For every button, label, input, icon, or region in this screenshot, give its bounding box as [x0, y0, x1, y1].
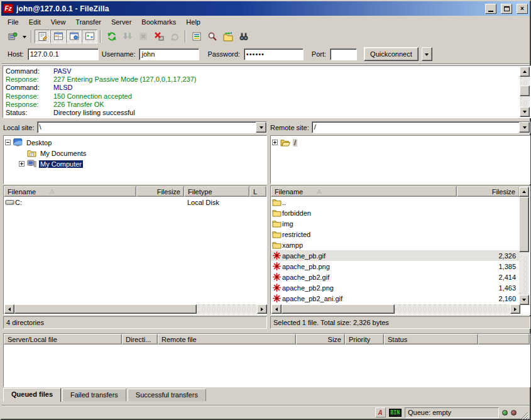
local-file-list: Filename Filesize Filetype L C:: [3, 185, 267, 315]
local-horizontal-scrollbar[interactable]: [4, 304, 267, 314]
toggle-remote-tree-button[interactable]: [66, 30, 82, 43]
scroll-right-button[interactable]: [510, 304, 520, 314]
minimize-button[interactable]: [485, 4, 496, 14]
synchronized-browsing-icon: [223, 31, 233, 41]
remote-vertical-scrollbar[interactable]: [519, 187, 529, 305]
toggle-transfer-queue-button[interactable]: [82, 30, 97, 43]
column-remote-file[interactable]: Remote file: [158, 334, 296, 345]
scroll-up-button[interactable]: [520, 67, 530, 77]
remote-site-combobox[interactable]: /: [312, 121, 530, 133]
image-file-icon: [271, 273, 282, 281]
host-input[interactable]: [28, 48, 99, 60]
scroll-thumb[interactable]: [519, 197, 529, 252]
binary-mode-badge[interactable]: BIN: [389, 409, 402, 417]
column-size[interactable]: Size: [296, 334, 345, 345]
file-search-button[interactable]: [204, 30, 220, 43]
tab-queued-files[interactable]: Queued files: [3, 388, 61, 402]
tree-item-my-computer[interactable]: My Computer: [5, 158, 266, 169]
remote-site-dropdown-button[interactable]: [519, 122, 530, 133]
synchronized-browsing-button[interactable]: [220, 30, 236, 43]
scroll-up-button[interactable]: [519, 187, 529, 197]
column-last-modified[interactable]: L: [249, 186, 266, 197]
file-size: 2,414: [457, 274, 520, 281]
scroll-down-button[interactable]: [520, 107, 530, 117]
file-row[interactable]: ..: [271, 197, 520, 207]
scroll-left-button[interactable]: [271, 304, 282, 314]
username-input[interactable]: [139, 48, 199, 60]
port-input[interactable]: [330, 48, 357, 60]
file-row[interactable]: apache_pb.png 1,385: [271, 261, 520, 272]
directory-listing-filters-button[interactable]: [189, 30, 204, 43]
scroll-thumb[interactable]: [520, 86, 530, 96]
column-filesize[interactable]: Filesize: [457, 186, 520, 197]
log-vertical-scrollbar[interactable]: [520, 67, 530, 117]
menu-server[interactable]: Server: [106, 17, 136, 27]
scroll-thumb[interactable]: [282, 304, 395, 314]
tab-successful-transfers[interactable]: Successful transfers: [128, 389, 206, 401]
tree-item-root[interactable]: /: [272, 137, 530, 148]
file-row[interactable]: apache_pb2.gif 2,414: [271, 272, 520, 282]
local-site-dropdown-button[interactable]: [256, 122, 266, 133]
menu-help[interactable]: Help: [181, 17, 205, 27]
toggle-message-log-button[interactable]: [35, 30, 50, 43]
scroll-thumb[interactable]: [14, 304, 197, 314]
reconnect-button[interactable]: [167, 30, 182, 43]
scroll-right-button[interactable]: [257, 304, 267, 314]
maximize-button[interactable]: [501, 4, 512, 14]
local-site-combobox[interactable]: \: [37, 121, 267, 133]
site-manager-button[interactable]: [4, 30, 20, 43]
file-row[interactable]: apache_pb2_ani.gif 2,160: [271, 293, 520, 304]
file-row[interactable]: forbidden: [271, 207, 520, 218]
resize-grip[interactable]: [520, 411, 528, 419]
menu-file[interactable]: File: [3, 17, 24, 27]
column-priority[interactable]: Priority: [345, 334, 384, 345]
menu-bookmarks[interactable]: Bookmarks: [136, 17, 181, 27]
tree-item-desktop[interactable]: Desktop: [5, 137, 266, 148]
column-direction[interactable]: Directi...: [122, 334, 158, 345]
disconnect-button[interactable]: [151, 30, 167, 43]
file-name: ..: [282, 199, 457, 206]
process-queue-button[interactable]: [119, 30, 135, 43]
menu-edit[interactable]: Edit: [24, 17, 46, 27]
menu-view[interactable]: View: [46, 17, 71, 27]
refresh-button[interactable]: [104, 30, 119, 43]
expand-icon[interactable]: [19, 161, 25, 167]
column-status[interactable]: Status: [384, 334, 478, 345]
quickconnect-button[interactable]: Quickconnect: [364, 47, 419, 61]
column-filesize[interactable]: Filesize: [136, 186, 184, 197]
column-server-local-file[interactable]: Server/Local file: [4, 334, 122, 345]
arrow-right-icon: [261, 307, 265, 311]
file-row[interactable]: restricted: [271, 229, 520, 240]
file-row-selected[interactable]: apache_pb.gif 2,326: [271, 250, 520, 261]
scroll-left-button[interactable]: [4, 304, 14, 314]
tree-item-label-selected: My Computer: [39, 160, 83, 168]
title-bar[interactable]: Fz john@127.0.0.1 - FileZilla ×: [1, 1, 530, 16]
column-filename[interactable]: Filename: [4, 186, 136, 197]
file-row[interactable]: xampp: [271, 240, 520, 250]
queue-tabs: Queued files Failed transfers Successful…: [3, 387, 206, 401]
arrow-up-icon: [522, 189, 526, 193]
password-input[interactable]: [244, 48, 304, 60]
site-manager-dropdown[interactable]: [20, 30, 28, 43]
queue-body[interactable]: [4, 345, 530, 387]
file-row-c-drive[interactable]: C: Local Disk: [4, 197, 266, 207]
column-filename[interactable]: Filename: [271, 186, 457, 197]
tree-item-my-documents[interactable]: My Documents: [5, 148, 266, 158]
collapse-icon[interactable]: [5, 140, 11, 145]
arrow-down-icon: [523, 111, 527, 115]
remote-horizontal-scrollbar[interactable]: [271, 304, 520, 314]
column-filetype[interactable]: Filetype: [184, 186, 249, 197]
file-row[interactable]: img: [271, 218, 520, 229]
cancel-operation-button[interactable]: [135, 30, 151, 43]
expand-icon[interactable]: [272, 140, 278, 145]
menu-transfer[interactable]: Transfer: [70, 17, 106, 27]
file-row[interactable]: apache_pb2.png 1,463: [271, 282, 520, 293]
close-button[interactable]: ×: [517, 4, 528, 14]
remote-list-body: .. forbidden img restricted: [271, 197, 520, 304]
data-type-ascii-icon[interactable]: A: [375, 407, 386, 417]
scroll-down-button[interactable]: [519, 295, 529, 305]
quickconnect-dropdown[interactable]: [422, 47, 432, 61]
tab-failed-transfers[interactable]: Failed transfers: [62, 389, 126, 401]
toggle-local-tree-button[interactable]: [50, 30, 66, 43]
directory-comparison-button[interactable]: [236, 30, 251, 43]
